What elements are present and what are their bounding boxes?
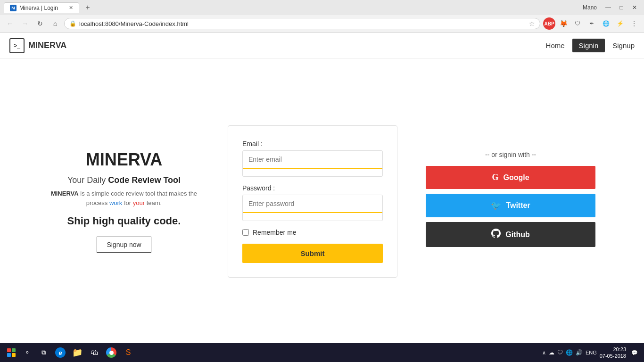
remember-checkbox[interactable] xyxy=(242,229,249,236)
tab-title: Minerva | Login xyxy=(19,5,58,11)
browser-ext-4[interactable]: 🌐 xyxy=(600,17,612,30)
title-bar-controls: Mano — □ ✕ xyxy=(583,2,640,13)
toolbar-icons: ABP 🦊 🛡 ✒ 🌐 ⚡ ⋮ xyxy=(543,17,640,30)
browser-chrome: M Minerva | Login ✕ + Mano — □ ✕ ← → ↻ ⌂… xyxy=(0,0,644,33)
password-label: Password : xyxy=(242,184,383,192)
logo-icon: >_ xyxy=(9,38,25,53)
left-description: MINERVA is a simple code review tool tha… xyxy=(49,189,199,207)
left-title: MINERVA xyxy=(49,150,199,170)
adblock-icon[interactable]: ABP xyxy=(543,17,555,30)
nav-links: Home Signin Signup xyxy=(546,39,635,52)
browser-user: Mano xyxy=(583,4,597,11)
desc-blue: work xyxy=(109,199,122,206)
email-input[interactable] xyxy=(243,151,382,169)
browser-menu[interactable]: ⋮ xyxy=(628,17,640,30)
twitter-signin-button[interactable]: 🐦 Twitter xyxy=(426,194,595,217)
address-bar: ← → ↻ ⌂ 🔒 localhost:8080/Minerva-Code/in… xyxy=(0,15,644,32)
remember-row: Remember me xyxy=(242,229,383,236)
email-input-wrapper xyxy=(242,150,383,177)
main-content: MINERVA Your Daily Code Review Tool MINE… xyxy=(0,59,644,344)
social-section: -- or signin with -- G Google 🐦 Twitter … xyxy=(426,151,595,252)
github-signin-button[interactable]: Github xyxy=(426,222,595,247)
browser-tab[interactable]: M Minerva | Login ✕ xyxy=(4,2,79,13)
desc-normal3: team. xyxy=(145,199,162,206)
left-subtitle: Your Daily Code Review Tool xyxy=(49,175,199,185)
taskbar: ⚬ ⧉ e 📁 🛍 S ∧ ☁ 🛡 🌐 🔊 ENG 20:23 07-05-20… xyxy=(0,343,644,344)
password-input[interactable] xyxy=(243,195,382,213)
new-tab-btn[interactable]: + xyxy=(81,1,94,14)
twitter-label: Twitter xyxy=(506,201,530,210)
signup-now-button[interactable]: Signup now xyxy=(97,237,151,253)
title-bar: M Minerva | Login ✕ + Mano — □ ✕ xyxy=(0,0,644,15)
or-signin-text: -- or signin with -- xyxy=(426,151,595,158)
password-input-wrapper xyxy=(242,195,383,221)
desc-bold: MINERVA xyxy=(51,190,79,197)
google-label: Google xyxy=(503,173,529,182)
browser-ext-5[interactable]: ⚡ xyxy=(614,17,626,30)
forward-btn[interactable]: → xyxy=(19,17,31,30)
desc-normal2: for xyxy=(122,199,132,206)
left-section: MINERVA Your Daily Code Review Tool MINE… xyxy=(49,150,199,253)
nav-home[interactable]: Home xyxy=(546,41,565,49)
minimize-btn[interactable]: — xyxy=(603,2,614,13)
left-tagline: Ship high quality code. xyxy=(49,215,199,227)
back-btn[interactable]: ← xyxy=(4,17,16,30)
bookmark-icon[interactable]: ☆ xyxy=(529,20,535,27)
browser-ext-3[interactable]: ✒ xyxy=(586,17,598,30)
reload-btn[interactable]: ↻ xyxy=(34,17,46,30)
google-icon: G xyxy=(492,173,498,182)
url-bar[interactable]: 🔒 localhost:8080/Minerva-Code/index.html… xyxy=(64,18,540,29)
browser-ext-2[interactable]: 🛡 xyxy=(571,17,584,30)
logo-text: MINERVA xyxy=(28,41,66,50)
email-label: Email : xyxy=(242,140,383,148)
desc-red: your xyxy=(133,199,145,206)
github-label: Github xyxy=(505,230,530,239)
subtitle-start: Your Daily xyxy=(67,175,108,185)
tab-close-btn[interactable]: ✕ xyxy=(69,5,73,11)
google-signin-button[interactable]: G Google xyxy=(426,166,595,189)
nav-signin[interactable]: Signin xyxy=(572,39,605,52)
twitter-icon: 🐦 xyxy=(491,200,501,211)
app-navbar: >_ MINERVA Home Signin Signup xyxy=(0,33,644,59)
maximize-btn[interactable]: □ xyxy=(616,2,627,13)
lock-icon: 🔒 xyxy=(69,20,76,27)
github-icon xyxy=(491,229,501,240)
browser-ext-1[interactable]: 🦊 xyxy=(557,17,570,30)
remember-label: Remember me xyxy=(253,229,297,236)
login-form-box: Email : Password : Remember me Submit xyxy=(228,125,397,278)
app-logo: >_ MINERVA xyxy=(9,38,66,53)
close-btn[interactable]: ✕ xyxy=(629,2,640,13)
submit-button[interactable]: Submit xyxy=(242,244,383,263)
nav-signup[interactable]: Signup xyxy=(612,41,635,49)
url-text: localhost:8080/Minerva-Code/index.html xyxy=(79,20,526,27)
tab-favicon: M xyxy=(10,5,17,11)
subtitle-bold: Code Review Tool xyxy=(108,175,181,185)
home-btn[interactable]: ⌂ xyxy=(49,17,61,30)
